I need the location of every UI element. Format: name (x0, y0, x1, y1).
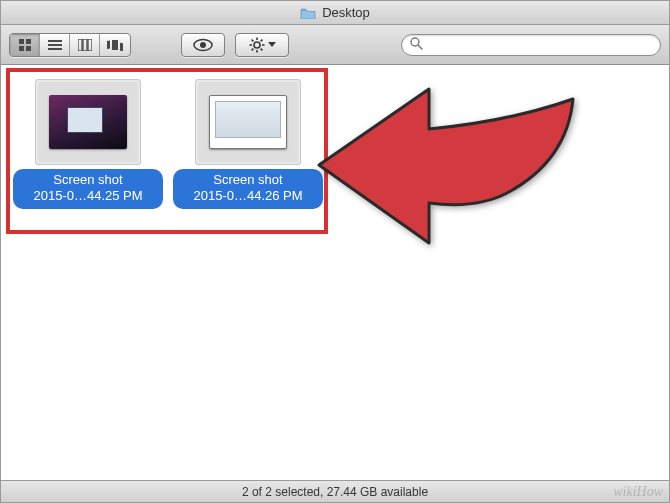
svg-rect-6 (48, 48, 62, 50)
file-item[interactable]: Screen shot 2015-0…44.26 PM (173, 79, 323, 209)
svg-rect-7 (78, 39, 82, 51)
svg-rect-10 (107, 40, 110, 48)
gear-icon (249, 37, 265, 53)
svg-rect-9 (88, 39, 92, 51)
svg-rect-5 (48, 44, 62, 46)
list-icon (48, 39, 62, 51)
file-thumbnail (195, 79, 301, 165)
watermark: wikiHow (613, 484, 663, 500)
search-field[interactable] (401, 34, 661, 56)
file-label: Screen shot 2015-0…44.25 PM (13, 169, 163, 209)
view-mode-group (9, 33, 131, 57)
svg-point-14 (200, 42, 206, 48)
finder-window: Desktop (0, 0, 670, 503)
column-view-button[interactable] (70, 34, 100, 56)
file-label: Screen shot 2015-0…44.26 PM (173, 169, 323, 209)
toolbar (1, 25, 669, 65)
chevron-down-icon (268, 42, 276, 48)
svg-line-25 (418, 45, 422, 49)
icon-view-button[interactable] (10, 34, 40, 56)
action-menu-button[interactable] (235, 33, 289, 57)
svg-line-22 (260, 39, 262, 41)
grid-icon (18, 38, 32, 52)
svg-rect-2 (19, 46, 24, 51)
quicklook-button[interactable] (181, 33, 225, 57)
svg-line-20 (251, 39, 253, 41)
svg-rect-12 (120, 42, 123, 50)
svg-rect-8 (83, 39, 87, 51)
folder-icon (300, 7, 316, 19)
window-title: Desktop (322, 5, 370, 20)
file-grid: Screen shot 2015-0…44.25 PM Screen shot … (7, 71, 663, 217)
content-area[interactable]: Screen shot 2015-0…44.25 PM Screen shot … (1, 65, 669, 480)
search-input[interactable] (427, 38, 652, 52)
svg-rect-11 (112, 40, 118, 50)
eye-icon (193, 38, 213, 52)
svg-point-15 (254, 42, 260, 48)
file-item[interactable]: Screen shot 2015-0…44.25 PM (13, 79, 163, 209)
file-thumbnail (35, 79, 141, 165)
search-icon (410, 37, 423, 53)
list-view-button[interactable] (40, 34, 70, 56)
svg-rect-3 (26, 46, 31, 51)
status-bar: 2 of 2 selected, 27.44 GB available wiki… (1, 480, 669, 502)
svg-line-23 (251, 48, 253, 50)
svg-line-21 (260, 48, 262, 50)
status-text: 2 of 2 selected, 27.44 GB available (242, 485, 428, 499)
svg-rect-1 (26, 39, 31, 44)
coverflow-icon (107, 39, 123, 51)
coverflow-view-button[interactable] (100, 34, 130, 56)
svg-rect-4 (48, 40, 62, 42)
titlebar[interactable]: Desktop (1, 1, 669, 25)
columns-icon (78, 39, 92, 51)
svg-rect-0 (19, 39, 24, 44)
